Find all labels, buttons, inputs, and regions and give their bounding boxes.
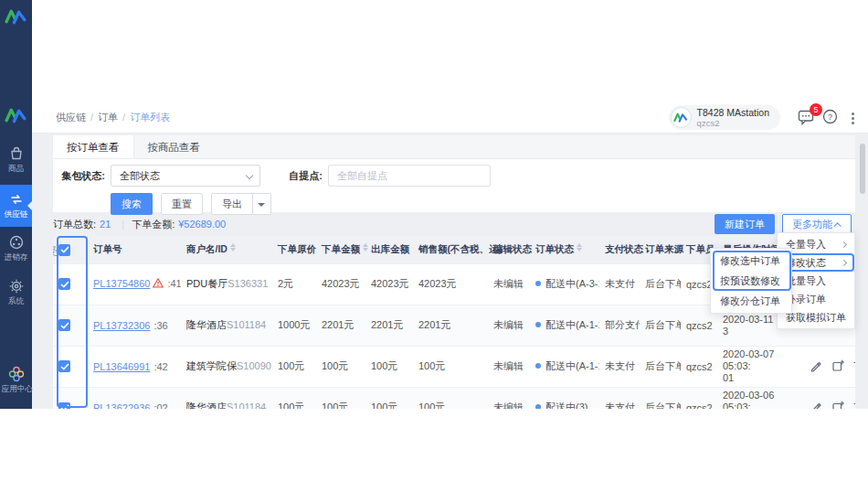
sidebar-item-supply-chain[interactable]: 供应链 bbox=[0, 185, 32, 227]
avatar bbox=[671, 107, 692, 128]
sidebar-item-inventory[interactable]: 进销存 bbox=[0, 230, 32, 262]
edit-icon[interactable] bbox=[810, 359, 822, 374]
topbar: 供应链/订单/订单列表 T8428 MAstation qzcs2 5 ? bbox=[32, 101, 868, 134]
sales-amount-cell: 42023元 bbox=[413, 263, 488, 305]
order-status-cell: 配送中(3) bbox=[530, 387, 599, 409]
export-button[interactable]: 导出 bbox=[211, 193, 253, 215]
package-status-select[interactable]: 全部状态 bbox=[111, 165, 260, 187]
select-all-header bbox=[53, 236, 88, 263]
column-header[interactable]: 订单状态 bbox=[530, 236, 599, 263]
status-dot-icon bbox=[535, 404, 541, 409]
pay-status-cell: 未支付 bbox=[599, 387, 640, 409]
clipped-column-text: 受 bbox=[53, 244, 58, 260]
submenu-item[interactable]: 修改选中订单 bbox=[711, 251, 791, 271]
breadcrumb: 供应链/订单/订单列表 bbox=[56, 101, 170, 134]
sidebar-item-system-gear[interactable]: 系统 bbox=[0, 274, 32, 305]
order-number-link[interactable]: PL13754860 bbox=[93, 278, 150, 289]
pickup-point-input[interactable] bbox=[328, 165, 491, 187]
merchant-cell: 隆华酒店S101184 bbox=[181, 305, 272, 346]
row-checkbox[interactable] bbox=[58, 319, 70, 331]
brand-logo-icon bbox=[5, 7, 27, 29]
tab-by-order[interactable]: 按订单查看 bbox=[53, 135, 134, 158]
delete-icon[interactable] bbox=[853, 401, 855, 409]
modify-status-submenu: 修改选中订单按预设数修改修改分仓订单 bbox=[710, 248, 792, 314]
column-header[interactable]: 下单金额 bbox=[316, 236, 365, 263]
system-gear-icon bbox=[0, 278, 32, 294]
table-row: PL13646991:42 建筑学院保S100901 100元 100元 100… bbox=[53, 346, 855, 387]
sidebar-item-app-center[interactable]: 应用中心 bbox=[0, 362, 32, 393]
sort-icon[interactable] bbox=[230, 243, 236, 252]
breadcrumb-item[interactable]: 订单 bbox=[98, 112, 118, 123]
sales-amount-cell: 100元 bbox=[413, 346, 488, 387]
edit-status-cell: 未编辑 bbox=[488, 387, 530, 409]
edit-status-cell: 未编辑 bbox=[488, 263, 530, 305]
status-dot-icon bbox=[535, 363, 541, 369]
column-header: 订单来源 bbox=[640, 236, 681, 263]
search-button[interactable]: 搜索 bbox=[111, 193, 153, 215]
app-center-icon bbox=[0, 366, 32, 382]
table-row: PL13622936:02 隆华酒店S101184 100元 100元 100元… bbox=[53, 387, 855, 409]
outbound-amount-cell: 2201元 bbox=[365, 305, 413, 346]
outbound-amount-cell: 42023元 bbox=[365, 263, 413, 305]
vertical-scrollbar-thumb[interactable] bbox=[860, 144, 865, 194]
edit-status-cell: 未编辑 bbox=[488, 346, 530, 387]
more-functions-button[interactable]: 更多功能 bbox=[782, 214, 852, 234]
account-menu[interactable]: T8428 MAstation qzcs2 bbox=[669, 105, 780, 130]
svg-text:?: ? bbox=[828, 112, 832, 122]
sidebar-item-label: 商品 bbox=[1, 163, 30, 172]
copy-icon[interactable] bbox=[831, 401, 844, 409]
original-price-cell: 1000元 bbox=[272, 305, 316, 346]
order-list-page: 商品 供应链 进销存 系统 应用中心 供应链/订单/订单列表 T8428 MAs… bbox=[0, 0, 868, 503]
original-price-cell: 100元 bbox=[272, 346, 316, 387]
tab-by-product[interactable]: 按商品查看 bbox=[134, 135, 215, 158]
order-count-value: 21 bbox=[100, 219, 111, 230]
select-all-checkbox[interactable] bbox=[58, 244, 70, 256]
time-fragment: :41 bbox=[167, 278, 181, 289]
source-cell: 后台下单 bbox=[640, 263, 681, 305]
submenu-arrow-icon bbox=[841, 241, 847, 247]
merchant-cell: 隆华酒店S101184 bbox=[181, 387, 272, 409]
sidebar-item-label: 供应链 bbox=[1, 209, 30, 218]
pay-status-cell: 未支付 bbox=[599, 346, 640, 387]
row-checkbox[interactable] bbox=[58, 360, 70, 372]
time-fragment: :36 bbox=[153, 320, 167, 331]
actions-cell bbox=[804, 387, 855, 409]
chevron-down-icon bbox=[246, 172, 253, 179]
edit-icon[interactable] bbox=[810, 401, 822, 409]
order-number-link[interactable]: PL13646991 bbox=[93, 361, 150, 372]
messages-icon[interactable]: 5 bbox=[798, 109, 815, 129]
last-op-time-cell: 2020-03-06 05:03: 01 bbox=[717, 387, 804, 409]
source-cell: 后台下单 bbox=[640, 387, 681, 409]
row-checkbox[interactable] bbox=[58, 278, 70, 290]
column-header: 支付状态 bbox=[599, 236, 640, 263]
copy-icon[interactable] bbox=[831, 359, 844, 374]
breadcrumb-item[interactable]: 供应链 bbox=[56, 112, 86, 123]
supply-chain-icon bbox=[0, 191, 32, 208]
more-options-icon[interactable] bbox=[852, 111, 855, 126]
reset-button[interactable]: 重置 bbox=[161, 193, 203, 215]
source-cell: 后台下单 bbox=[640, 346, 681, 387]
order-count-label: 订单总数: bbox=[53, 218, 96, 231]
submenu-item[interactable]: 修改分仓订单 bbox=[711, 291, 791, 311]
submenu-item[interactable]: 按预设数修改 bbox=[711, 271, 791, 291]
order-no-cell: PL13622936:02 bbox=[88, 387, 181, 409]
order-number-link[interactable]: PL13622936 bbox=[93, 402, 150, 409]
delete-icon[interactable] bbox=[853, 359, 855, 374]
help-icon[interactable]: ? bbox=[822, 109, 838, 128]
export-dropdown-caret-icon[interactable] bbox=[253, 193, 271, 215]
sort-icon[interactable] bbox=[577, 243, 582, 252]
sort-icon[interactable] bbox=[363, 243, 368, 252]
sidebar: 商品 供应链 进销存 系统 应用中心 bbox=[0, 0, 32, 409]
order-status-cell: 配送中(A-1-1) bbox=[530, 346, 599, 387]
row-checkbox[interactable] bbox=[58, 402, 70, 409]
brand-logo-icon bbox=[5, 106, 27, 128]
chevron-up-icon bbox=[833, 222, 841, 230]
source-cell: 后台下单 bbox=[640, 305, 681, 346]
sidebar-item-product-bag[interactable]: 商品 bbox=[0, 142, 32, 173]
sidebar-item-label: 系统 bbox=[1, 295, 30, 305]
submenu-arrow-icon bbox=[841, 259, 847, 265]
column-header[interactable]: 商户名/ID bbox=[181, 236, 272, 263]
message-count-badge: 5 bbox=[810, 103, 822, 116]
order-number-link[interactable]: PL13732306 bbox=[93, 320, 150, 331]
new-order-button[interactable]: 新建订单 bbox=[715, 214, 775, 234]
